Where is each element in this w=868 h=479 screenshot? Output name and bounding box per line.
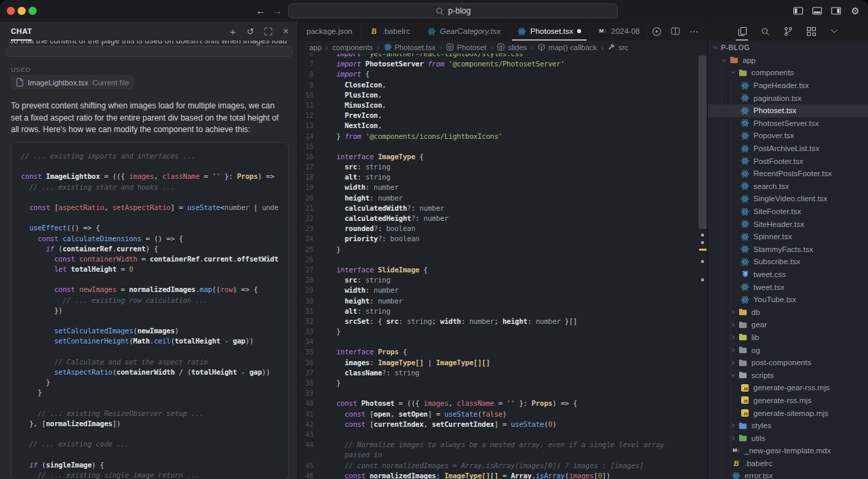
code-line-31[interactable]: 31 alt: string xyxy=(298,306,708,316)
new-chat-icon[interactable]: + xyxy=(227,26,239,37)
code-line-35[interactable]: 35interface Props { xyxy=(298,347,708,357)
search-panel-icon[interactable] xyxy=(759,25,771,37)
zoom-window-button[interactable] xyxy=(28,7,37,15)
tree-file-spinner-tsx[interactable]: Spinner.tsx xyxy=(708,230,868,243)
code-line-12[interactable]: 12 PrevIcon, xyxy=(298,110,708,121)
code-line-37[interactable]: 37 className?: string xyxy=(298,368,708,378)
tree-file-postfooter-tsx[interactable]: PostFooter.tsx xyxy=(708,154,868,167)
tree-file-tweet-css[interactable]: 3tweet.css xyxy=(708,268,868,281)
editor-scrollbar[interactable] xyxy=(698,56,707,229)
tree-file-siteheader-tsx[interactable]: SiteHeader.tsx xyxy=(708,217,868,230)
tree-file-popover-tsx[interactable]: Popover.tsx xyxy=(708,129,868,142)
tree-file-pageheader-tsx[interactable]: PageHeader.tsx xyxy=(708,79,868,92)
code-line-11[interactable]: 11 MinusIcon, xyxy=(298,100,708,110)
code-line-13[interactable]: 13 NextIcon, xyxy=(298,121,708,131)
close-panel-icon[interactable]: × xyxy=(280,26,292,37)
code-line-8[interactable]: 8import { xyxy=(298,69,708,79)
split-pane-icon[interactable] xyxy=(670,26,680,37)
tree-folder-p-blog[interactable]: P-BLOG xyxy=(708,41,868,54)
tree-file--new-gear-template-mdx[interactable]: M↓_new-gear-template.mdx xyxy=(708,444,868,457)
editor-sidebar-divider[interactable] xyxy=(707,22,708,479)
code-line-21[interactable]: 21 calculatedWidth?: number xyxy=(298,203,708,213)
code-line-28[interactable]: 28 src: string xyxy=(298,275,708,285)
code-line-6[interactable]: 6import 'yet-another-react-lightbox/styl… xyxy=(298,54,708,59)
code-line-43[interactable]: 43 xyxy=(298,430,708,440)
code-line-22[interactable]: 22 calculatedHeight?: number xyxy=(298,213,708,224)
tree-file-generate-gear-rss-mjs[interactable]: JSgenerate-gear-rss.mjs xyxy=(708,381,868,394)
editor-tab-package-json[interactable]: package.json xyxy=(298,22,361,41)
tree-folder-utils[interactable]: utils xyxy=(708,432,868,444)
code-line-33[interactable]: 33} xyxy=(298,327,708,337)
tree-folder-gear[interactable]: gear xyxy=(708,318,868,331)
tree-folder-db[interactable]: db xyxy=(708,306,868,318)
toggle-bottom-dock-icon[interactable] xyxy=(811,5,823,17)
code-line-38[interactable]: 38} xyxy=(298,378,708,388)
settings-gear-icon[interactable]: ⚙ xyxy=(849,5,861,17)
code-line-17[interactable]: 17 src: string xyxy=(298,162,708,172)
tree-file-postarchivelist-tsx[interactable]: PostArchiveList.tsx xyxy=(708,142,868,155)
code-line-44[interactable]: 44 // Normalize images to always be a ne… xyxy=(298,440,708,450)
breadcrumb-item-map-callback[interactable]: map() callback xyxy=(538,43,597,51)
tree-folder-post-components[interactable]: post-components xyxy=(708,356,868,369)
tree-file-error-tsx[interactable]: error.tsx xyxy=(708,470,868,479)
tree-file-tweet-tsx[interactable]: tweet.tsx xyxy=(708,280,868,293)
tree-file-subscribe-tsx[interactable]: Subscribe.tsx xyxy=(708,255,868,268)
tree-file-stammyfacts-tsx[interactable]: StammyFacts.tsx xyxy=(708,243,868,256)
chat-editor-divider[interactable] xyxy=(298,22,298,479)
chat-context-chip[interactable]: ImageLightbox.tsx Current file xyxy=(11,75,134,89)
breadcrumb-item-src[interactable]: src xyxy=(608,43,629,51)
code-line-7[interactable]: 7import PhotosetServer from '@components… xyxy=(298,59,708,69)
chat-code-block[interactable]: // ... existing imports and interfaces .… xyxy=(11,142,289,479)
code-line-wrap[interactable]: passed in xyxy=(298,450,708,460)
tree-folder-styles[interactable]: styles xyxy=(708,419,868,432)
code-line-45[interactable]: 45 // const normalizedImages = Array.isA… xyxy=(298,461,708,471)
tree-file-pagination-tsx[interactable]: pagination.tsx xyxy=(708,91,868,104)
code-line-18[interactable]: 18 alt: string xyxy=(298,172,708,182)
tree-file-search-tsx[interactable]: search.tsx xyxy=(708,180,868,193)
tree-file-sitefooter-tsx[interactable]: SiteFooter.tsx xyxy=(708,205,868,218)
code-line-10[interactable]: 10 PlusIcon, xyxy=(298,90,708,100)
run-icon[interactable] xyxy=(651,26,662,37)
code-line-46[interactable]: 46 const normalizedImages: ImageType[][]… xyxy=(298,471,708,479)
git-panel-icon[interactable] xyxy=(782,25,794,37)
editor-tab--babelrc[interactable]: B.babelrc xyxy=(361,22,419,41)
tree-folder-scripts[interactable]: scripts xyxy=(708,369,868,381)
tree-folder-app[interactable]: app xyxy=(708,54,868,67)
code-line-16[interactable]: 16interface ImageType { xyxy=(298,152,708,162)
history-icon[interactable]: ↺ xyxy=(245,26,256,37)
tree-file-recentpostsfooter-tsx[interactable]: RecentPostsFooter.tsx xyxy=(708,167,868,180)
zoom-panel-icon[interactable] xyxy=(262,26,274,37)
code-line-29[interactable]: 29 width: number xyxy=(298,285,708,295)
breadcrumb-item-components[interactable]: components xyxy=(332,43,373,51)
tree-file-photosetserver-tsx[interactable]: PhotosetServer.tsx xyxy=(708,117,868,130)
tree-file-generate-rss-mjs[interactable]: JSgenerate-rss.mjs xyxy=(708,394,868,407)
breadcrumb-item-app[interactable]: app xyxy=(309,43,321,51)
minimize-window-button[interactable] xyxy=(18,7,26,15)
tree-file-photoset-tsx[interactable]: Photoset.tsx xyxy=(708,104,868,117)
code-line-32[interactable]: 32 srcSet: { src: string; width: number;… xyxy=(298,316,708,327)
project-search-bar[interactable]: p-blog xyxy=(288,3,618,18)
breadcrumb-item-photoset[interactable]: @Photoset xyxy=(446,43,486,51)
forward-button[interactable]: → xyxy=(272,0,282,22)
code-line-36[interactable]: 36 images: ImageType[] | ImageType[][] xyxy=(298,358,708,368)
tree-file-youtube-tsx[interactable]: YouTube.tsx xyxy=(708,293,868,306)
editor-tab-photoset-tsx[interactable]: Photoset.tsx xyxy=(509,22,590,41)
toggle-right-dock-icon[interactable] xyxy=(830,5,842,17)
code-line-26[interactable]: 26 xyxy=(298,255,708,265)
tree-file-singlevideo-client-tsx[interactable]: SingleVideo.client.tsx xyxy=(708,192,868,205)
code-area[interactable]: 6import 'yet-another-react-lightbox/styl… xyxy=(298,54,708,479)
code-line-41[interactable]: 41 const [open, setOpen] = useState(fals… xyxy=(298,409,708,419)
close-window-button[interactable] xyxy=(7,7,15,15)
editor-tab-gearcategory-tsx[interactable]: GearCategory.tsx xyxy=(419,22,509,41)
code-line-15[interactable]: 15 xyxy=(298,142,708,152)
code-line-42[interactable]: 42 const [currentIndex, setCurrentIndex]… xyxy=(298,419,708,430)
code-line-19[interactable]: 19 width: number xyxy=(298,182,708,192)
tree-folder-lib[interactable]: lib xyxy=(708,331,868,344)
code-line-20[interactable]: 20 height: number xyxy=(298,193,708,203)
code-line-30[interactable]: 30 height: number xyxy=(298,296,708,306)
breadcrumb-item-photoset-tsx[interactable]: Photoset.tsx xyxy=(384,43,436,51)
editor-tab-2024-08[interactable]: M↓2024-08 xyxy=(590,22,648,41)
more-actions-icon[interactable]: ⋯ xyxy=(688,26,700,37)
back-button[interactable]: ← xyxy=(256,0,266,22)
code-line-23[interactable]: 23 rounded?: boolean xyxy=(298,224,708,234)
